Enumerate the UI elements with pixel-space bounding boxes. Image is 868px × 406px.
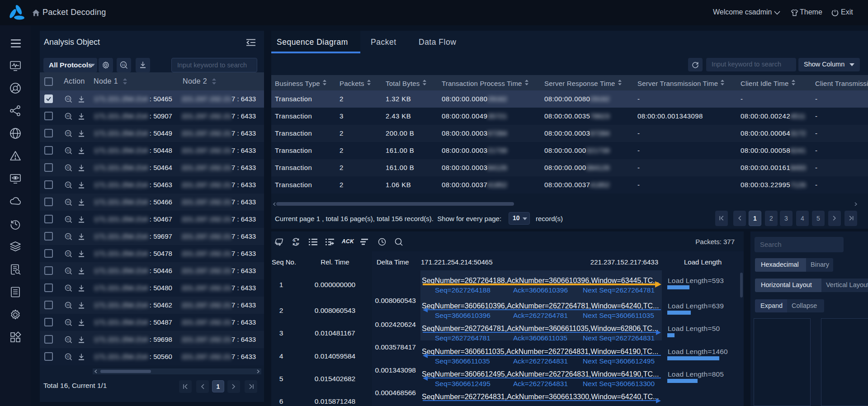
- svg-text:01: 01: [66, 166, 70, 169]
- svg-text:01: 01: [66, 321, 70, 324]
- svg-text:01: 01: [66, 200, 70, 203]
- svg-text:01: 01: [66, 217, 70, 221]
- svg-text:01: 01: [66, 269, 70, 272]
- svg-text:01: 01: [66, 235, 70, 238]
- svg-text:01: 01: [66, 303, 70, 307]
- svg-text:01: 01: [66, 286, 70, 289]
- svg-text:01: 01: [122, 63, 126, 66]
- svg-text:01: 01: [66, 97, 70, 100]
- svg-text:R: R: [296, 242, 298, 245]
- svg-text:01: 01: [66, 252, 70, 255]
- svg-text:01: 01: [66, 338, 70, 341]
- svg-text:01: 01: [66, 114, 70, 118]
- svg-text:A: A: [293, 239, 296, 242]
- svg-text:01: 01: [66, 355, 70, 358]
- svg-text:01: 01: [66, 183, 70, 186]
- svg-text:01: 01: [66, 149, 70, 152]
- svg-text:01: 01: [66, 132, 70, 135]
